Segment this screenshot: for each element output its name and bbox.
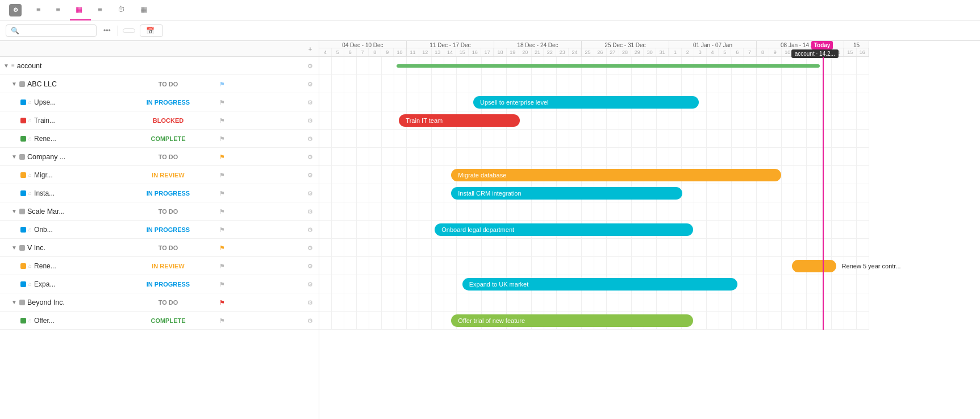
gantt-cell: [719, 312, 732, 329]
row-beyond1-settings[interactable]: ⚙: [302, 317, 319, 325]
gantt-cell: [669, 75, 682, 93]
row-scale1-settings[interactable]: ⚙: [302, 226, 319, 234]
gantt-cell: [607, 148, 619, 165]
gantt-cell: [407, 130, 419, 147]
gantt-cell: [844, 202, 857, 220]
gantt-cell: [794, 239, 807, 256]
gantt-week: 151516: [844, 41, 869, 56]
row-vinc2-settings[interactable]: ⚙: [302, 280, 319, 288]
gantt-cell: [419, 166, 432, 184]
expand-arrow-beyond[interactable]: ▼: [11, 299, 17, 305]
gantt-day: 6: [731, 48, 744, 56]
row-vinc1-settings[interactable]: ⚙: [302, 262, 319, 270]
gantt-week-label: 25 Dec - 31 Dec: [582, 41, 669, 48]
row-abc-settings[interactable]: ⚙: [302, 80, 319, 88]
gantt-panel[interactable]: 04 Dec - 10 Dec4567891011 Dec - 17 Dec11…: [319, 41, 980, 419]
gantt-cell: [419, 275, 432, 293]
row-scale-settings[interactable]: ⚙: [302, 208, 319, 215]
row-abc1-settings[interactable]: ⚙: [302, 98, 319, 106]
gantt-cell: [769, 111, 782, 129]
gantt-day: 20: [519, 48, 532, 56]
row-vinc-1: ⌂ Rene... IN REVIEW ⚑ ⚙: [0, 257, 319, 275]
expand-arrow-account[interactable]: ▼: [3, 63, 9, 69]
row-abc-3: ⌂ Rene... COMPLETE ⚑ ⚙: [0, 130, 319, 148]
gantt-bar-scale-1[interactable]: Onboard legal department: [435, 223, 693, 236]
gantt-cell: [669, 148, 682, 165]
row-abc2-priority: ⚑: [199, 117, 245, 125]
row-company1-settings[interactable]: ⚙: [302, 171, 319, 179]
gantt-cell: [369, 257, 382, 275]
gantt-cell: [432, 312, 444, 329]
row-vinc-2: ⌂ Expa... IN PROGRESS ⚑ ⚙: [0, 275, 319, 293]
gantt-bar-company-1[interactable]: Migrate database: [451, 169, 781, 181]
gantt-cell: [657, 148, 669, 165]
more-options-button[interactable]: •••: [101, 26, 113, 36]
gantt-cell: [594, 75, 607, 93]
gantt-bar-beyond-1[interactable]: Offer trial of new feature: [451, 314, 693, 327]
weekday-button[interactable]: 📅: [140, 24, 163, 37]
gantt-day: 5: [332, 48, 344, 56]
gantt-bar-abc-1[interactable]: Upsell to enterprise level: [473, 96, 699, 109]
gantt-day: 16: [857, 48, 869, 56]
tab-getting-started[interactable]: ≡: [51, 0, 69, 20]
gantt-cell: [632, 257, 644, 275]
gantt-cell: [782, 166, 794, 184]
row-beyond-status: TO DO: [137, 299, 199, 306]
row-abc-2: ⌂ Train... BLOCKED ⚑ ⚙: [0, 111, 319, 130]
expand-arrow-vinc[interactable]: ▼: [11, 244, 17, 251]
gantt-cell: [407, 148, 419, 165]
tab-gantt[interactable]: ▦: [70, 0, 91, 20]
gantt-cell: [594, 239, 607, 256]
gantt-cell: [744, 293, 757, 311]
gantt-cell: [382, 257, 394, 275]
row-beyond-settings[interactable]: ⚙: [302, 298, 319, 306]
gantt-cell: [707, 75, 719, 93]
gantt-cell: [807, 130, 819, 147]
vinc-dot: [19, 245, 25, 251]
gantt-cell: [744, 312, 757, 329]
gantt-cell: [832, 239, 844, 256]
today-button[interactable]: [123, 28, 135, 33]
gantt-bar-vinc-2[interactable]: Expand to UK market: [462, 278, 737, 291]
gantt-bar-abc-2[interactable]: Train IT team: [399, 114, 520, 127]
gantt-cell: [807, 293, 819, 311]
row-scale: ▼ Scale Mar... TO DO ⚑ ⚙: [0, 202, 319, 221]
row-abc2-settings[interactable]: ⚙: [302, 117, 319, 125]
gantt-day: 28: [619, 48, 632, 56]
gantt-cell: [419, 148, 432, 165]
gantt-row: Install CRM integration: [319, 184, 869, 202]
gantt-day: 9: [381, 48, 394, 56]
tab-accounts[interactable]: ≡: [31, 0, 49, 20]
gantt-cell: [682, 148, 694, 165]
getting-started-icon: ≡: [56, 5, 61, 14]
gantt-bar-company-2[interactable]: Install CRM integration: [451, 187, 682, 200]
tab-accounts-per-stage[interactable]: ≡: [92, 0, 111, 20]
tab-timeline[interactable]: ⏱: [112, 0, 134, 20]
gantt-cell: [632, 148, 644, 165]
search-box[interactable]: 🔍: [6, 24, 97, 37]
expand-arrow-scale[interactable]: ▼: [11, 208, 17, 214]
row-company-settings[interactable]: ⚙: [302, 153, 319, 161]
gantt-cell: [732, 148, 744, 165]
expand-arrow-company[interactable]: ▼: [11, 154, 17, 160]
row-abc3-settings[interactable]: ⚙: [302, 135, 319, 143]
gantt-cell: [844, 184, 857, 202]
gantt-bar-vinc-1[interactable]: [792, 260, 836, 272]
gantt-cell: [544, 148, 557, 165]
row-account-settings[interactable]: ⚙: [302, 62, 319, 70]
gantt-cell: [344, 312, 357, 329]
row-vinc-settings[interactable]: ⚙: [302, 244, 319, 252]
gantt-week: 18 Dec - 24 Dec18192021222324: [494, 41, 582, 56]
gantt-cell: [557, 239, 569, 256]
expand-arrow-abc[interactable]: ▼: [11, 81, 17, 87]
row-abc3-name: Rene...: [34, 135, 56, 143]
gantt-cell: [707, 148, 719, 165]
gantt-cell: [832, 275, 844, 293]
row-company2-settings[interactable]: ⚙: [302, 189, 319, 197]
gantt-cell: [694, 293, 707, 311]
gantt-cell: [844, 293, 857, 311]
add-column-button[interactable]: +: [302, 45, 319, 52]
tab-board[interactable]: ▦: [135, 0, 156, 20]
gantt-cell: [732, 93, 744, 111]
gantt-cell: [769, 202, 782, 220]
